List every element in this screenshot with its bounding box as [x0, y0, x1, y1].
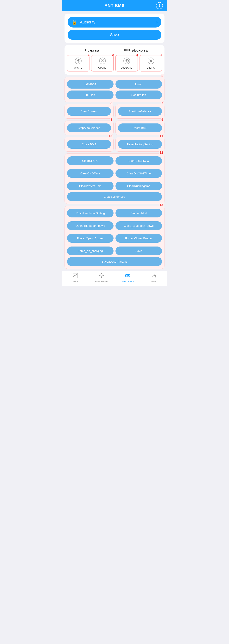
chg-sw-text: CHG SW — [88, 49, 100, 52]
bluetooth-init-button[interactable]: BluetoothInit — [116, 209, 162, 218]
svg-point-25 — [101, 275, 102, 276]
save-as-user-params-button[interactable]: SaveasUserParams — [67, 257, 162, 266]
section-6-number: 6 — [110, 102, 113, 105]
parameter-set-icon — [99, 273, 104, 280]
chgsw-section: CHG SW DisCHG SW 1 OnCHG 2 — [64, 45, 164, 74]
svg-rect-1 — [85, 50, 86, 50]
section-7: 7 StartAutoBalance — [116, 104, 164, 118]
chgsw-buttons: 1 OnCHG 2 OffCHG 3 OnDisCHG — [67, 55, 162, 72]
svg-rect-7 — [126, 49, 126, 51]
section-13-grid: ResetHardwareSetting BluetoothInit Open_… — [67, 209, 162, 255]
bms-control-icon — [125, 273, 130, 280]
svg-point-31 — [153, 274, 155, 276]
save-button[interactable]: Save — [68, 30, 162, 40]
section-13-number: 13 — [159, 203, 164, 207]
offchg-label: OffCHG — [98, 66, 106, 69]
svg-rect-24 — [73, 273, 78, 278]
mine-label: Mine — [152, 280, 156, 282]
nav-mine[interactable]: Mine — [141, 273, 167, 282]
parameter-set-label: ParameterSet — [95, 280, 108, 282]
svg-rect-6 — [125, 49, 126, 51]
state-icon — [73, 273, 78, 280]
onchg-button[interactable]: 1 OnCHG — [67, 55, 90, 72]
ondischg-icon — [123, 57, 130, 66]
section-12: 12 ClearCHG C ClearDisCHG C ClearCHGTime… — [64, 154, 164, 204]
mine-icon — [151, 273, 156, 280]
onchg-label: OnCHG — [74, 66, 82, 69]
section-13: 13 ResetHardwareSetting BluetoothInit Op… — [64, 206, 164, 269]
btn-number-4: 4 — [160, 53, 162, 56]
chevron-right-icon: › — [156, 20, 158, 24]
lock-icon: 🔒 — [72, 20, 77, 25]
clear-current-button[interactable]: ClearCurrent — [67, 107, 111, 116]
authority-card: 🔒 Authority › Save — [64, 14, 164, 43]
chg-icon — [80, 48, 86, 53]
force-on-charging-button[interactable]: Force_on_charging — [67, 246, 114, 255]
clear-chg-c-button[interactable]: ClearCHG C — [67, 156, 114, 165]
close-bluetooth-power-button[interactable]: Close_Bluetooth_powe — [116, 221, 162, 230]
authority-label: Authority — [80, 20, 156, 24]
clear-dischg-time-button[interactable]: ClearDisCHGTime — [116, 169, 162, 178]
force-open-buzzer-button[interactable]: Force_Open_Buzzer — [67, 234, 114, 243]
state-label: State — [73, 280, 78, 282]
section-9: 9 Reset BMS — [116, 120, 164, 135]
help-button[interactable]: ? — [156, 2, 163, 9]
clear-system-log-button[interactable]: ClearSystemLog — [67, 192, 162, 201]
btn-number-3: 3 — [136, 53, 138, 56]
force-close-buzzer-button[interactable]: Force_Close_Buzzer — [116, 234, 162, 243]
section-11-number: 11 — [159, 134, 164, 138]
section-12-grid: ClearCHG C ClearDisCHG C ClearCHGTime Cl… — [67, 156, 162, 190]
chg-label: CHG SW — [80, 48, 100, 53]
stop-auto-balance-button[interactable]: StopAutoBalance — [67, 124, 111, 132]
reset-bms-button[interactable]: Reset BMS — [118, 124, 162, 132]
bms-control-label: BMS Control — [122, 280, 134, 282]
dischg-label: DisCHG SW — [124, 48, 148, 53]
clear-dischg-c-button[interactable]: ClearDisCHG C — [116, 156, 162, 165]
btn-number-2: 2 — [112, 53, 114, 56]
section-10-number: 10 — [108, 134, 113, 138]
open-bluetooth-power-button[interactable]: Open_Bluetooth_powe — [67, 221, 114, 230]
nav-bms-control[interactable]: BMS Control — [114, 273, 141, 282]
nav-parameter-set[interactable]: ParameterSet — [88, 273, 114, 282]
clear-running-time-button[interactable]: ClearRunningtime — [116, 182, 162, 190]
chgsw-header: CHG SW DisCHG SW — [67, 48, 162, 53]
clear-protect-time-button[interactable]: ClearProtectTime — [67, 182, 114, 190]
dischg-sw-text: DisCHG SW — [132, 49, 148, 52]
section-11: 11 ResetFactorySetting — [116, 137, 164, 152]
offchg2-button[interactable]: 4 OffCHG — [140, 55, 162, 72]
save-button-13[interactable]: Save — [116, 246, 162, 255]
section-9-number: 9 — [160, 118, 164, 122]
section-10-11-row: 10 Close BMS 11 ResetFactorySetting — [64, 137, 164, 152]
section-6: 6 ClearCurrent — [64, 104, 114, 118]
reset-hardware-setting-button[interactable]: ResetHardwareSetting — [67, 209, 114, 218]
section-6-7-row: 6 ClearCurrent 7 StartAutoBalance — [64, 104, 164, 118]
reset-factory-setting-button[interactable]: ResetFactorySetting — [118, 140, 162, 149]
dischg-icon — [124, 48, 130, 53]
btn-number-1: 1 — [88, 53, 90, 56]
lifepo4-button[interactable]: LiFePO4 — [67, 80, 114, 88]
offchg2-icon — [148, 57, 154, 66]
section-5: 5 LiFePO4 Li-ion TiLi-ion Sodium-ion — [64, 77, 164, 102]
li-ion-button[interactable]: Li-ion — [116, 80, 162, 88]
section-8-number: 8 — [110, 118, 113, 122]
svg-point-13 — [78, 60, 79, 62]
app-title: ANT BMS — [104, 3, 124, 8]
ondischg-button[interactable]: 3 OnDisCHG — [115, 55, 138, 72]
sodium-ion-button[interactable]: Sodium-ion — [116, 90, 162, 99]
offchg2-label: OffCHG — [147, 66, 155, 69]
section-8: 8 StopAutoBalance — [64, 120, 114, 135]
clear-chg-time-button[interactable]: ClearCHGTime — [67, 169, 114, 178]
nav-state[interactable]: State — [62, 273, 88, 282]
close-bms-button[interactable]: Close BMS — [67, 140, 111, 149]
tili-ion-button[interactable]: TiLi-ion — [67, 90, 114, 99]
onchg-icon — [75, 57, 82, 66]
battery-types-grid: LiFePO4 Li-ion TiLi-ion Sodium-ion — [67, 80, 162, 99]
svg-rect-5 — [130, 50, 130, 50]
svg-rect-8 — [127, 49, 128, 51]
offchg-icon — [99, 57, 106, 66]
authority-button[interactable]: 🔒 Authority › — [68, 17, 162, 28]
bottom-navigation: State ParameterSet BMS Control Mine — [62, 271, 167, 286]
start-auto-balance-button[interactable]: StartAutoBalance — [118, 107, 162, 116]
offchg-button[interactable]: 2 OffCHG — [91, 55, 114, 72]
section-8-9-row: 8 StopAutoBalance 9 Reset BMS — [64, 120, 164, 135]
